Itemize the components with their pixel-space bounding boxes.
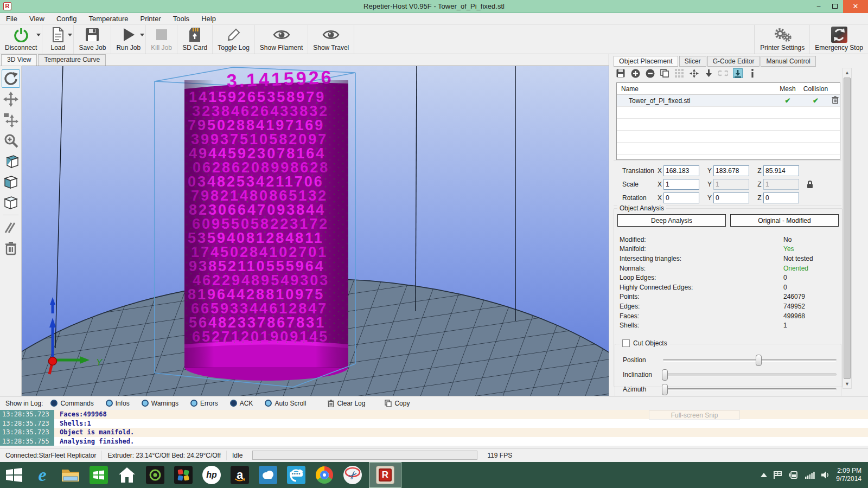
inclination-slider[interactable] <box>663 374 837 376</box>
rotate-view-tool[interactable] <box>2 69 20 88</box>
puzzle-app-icon[interactable] <box>169 462 197 488</box>
printer-settings-button[interactable]: Printer Settings <box>755 25 809 54</box>
file-explorer-icon[interactable] <box>56 462 85 488</box>
load-dropdown-icon[interactable] <box>68 34 72 36</box>
clear-log-button[interactable]: Clear Log <box>323 399 369 408</box>
translation-x-input[interactable] <box>663 165 699 176</box>
minimize-button[interactable]: – <box>810 0 827 13</box>
delete-object-button[interactable] <box>830 96 840 106</box>
menu-printer[interactable]: Printer <box>134 15 167 23</box>
toggle-log-button[interactable]: Toggle Log <box>213 25 255 54</box>
deep-analysis-button[interactable]: Deep Analysis <box>617 214 726 227</box>
scale-x-input[interactable] <box>663 179 699 190</box>
run-job-dropdown-icon[interactable] <box>140 34 144 36</box>
log-toggle-ack[interactable]: ACK <box>226 399 258 408</box>
start-button[interactable] <box>0 462 28 488</box>
menu-config[interactable]: Config <box>50 15 83 23</box>
hp-app-icon[interactable]: hp <box>197 462 226 488</box>
show-travel-button[interactable]: Show Travel <box>308 25 354 54</box>
object-info-button[interactable] <box>748 68 757 78</box>
disconnect-dropdown-icon[interactable] <box>36 34 41 36</box>
snipping-tool-icon[interactable]: ✂ <box>339 462 367 488</box>
translation-y-input[interactable] <box>713 165 749 176</box>
log-toggle-infos[interactable]: Infos <box>101 399 134 408</box>
tab-gcode-editor[interactable]: G-Code Editor <box>707 56 760 67</box>
menu-file[interactable]: File <box>0 15 23 23</box>
azimuth-slider-thumb[interactable] <box>662 384 668 395</box>
tab-manual-control[interactable]: Manual Control <box>761 56 815 67</box>
menu-temperature[interactable]: Temperature <box>82 15 134 23</box>
top-view-tool[interactable] <box>2 193 20 211</box>
amazon-app-icon[interactable]: a <box>226 462 254 488</box>
network-signal-icon[interactable] <box>805 472 815 479</box>
isometric-view-tool[interactable] <box>2 152 20 170</box>
add-object-button[interactable] <box>630 68 640 78</box>
translation-z-input[interactable] <box>763 165 799 176</box>
parallel-projection-tool[interactable] <box>2 219 20 237</box>
zoom-tool[interactable] <box>2 131 20 150</box>
tab-slicer[interactable]: Slicer <box>679 56 706 67</box>
autoposition-button[interactable] <box>674 68 684 78</box>
cut-objects-checkbox[interactable] <box>622 339 630 347</box>
autodrop-toggle-button[interactable] <box>733 68 743 78</box>
password-backup-app-icon[interactable]: •••• <box>282 462 310 488</box>
emergency-stop-button[interactable]: Emergency Stop <box>809 25 868 54</box>
tab-3d-view[interactable]: 3D View <box>1 54 37 66</box>
log-toggle-autoscroll[interactable]: Auto Scroll <box>260 399 310 408</box>
run-job-button[interactable]: Run Job <box>111 25 146 54</box>
inclination-slider-thumb[interactable] <box>662 369 668 381</box>
rotation-x-input[interactable] <box>663 192 699 203</box>
drop-object-button[interactable] <box>704 68 713 78</box>
camera-app-icon[interactable] <box>141 462 169 488</box>
export-stl-button[interactable] <box>616 68 626 78</box>
menu-view[interactable]: View <box>23 15 50 23</box>
copy-object-button[interactable] <box>660 68 669 78</box>
menu-tools[interactable]: Tools <box>167 15 195 23</box>
show-filament-button[interactable]: Show Filament <box>255 25 308 54</box>
delete-object-tool[interactable] <box>2 239 20 258</box>
battery-icon[interactable] <box>789 471 799 479</box>
scroll-down-icon[interactable]: ▼ <box>843 380 851 388</box>
sd-card-button[interactable]: SD Card <box>177 25 213 54</box>
tab-temperature-curve[interactable]: Temperature Curve <box>38 54 106 66</box>
load-button[interactable]: Load <box>42 25 74 54</box>
3d-viewport[interactable]: 3.1415926 14159265358979 32384626433832 … <box>22 66 609 396</box>
volume-icon[interactable] <box>821 471 829 479</box>
chrome-icon[interactable] <box>310 462 339 488</box>
position-slider[interactable] <box>663 359 837 362</box>
rotation-y-input[interactable] <box>713 192 749 203</box>
taskbar-clock[interactable]: 2:09 PM 9/7/2014 <box>836 467 861 483</box>
lock-icon[interactable] <box>807 181 813 189</box>
save-job-button[interactable]: Save Job <box>74 25 111 54</box>
center-object-button[interactable] <box>689 68 699 78</box>
scroll-up-icon[interactable]: ▲ <box>843 68 851 77</box>
move-object-tool[interactable] <box>2 111 20 129</box>
repetier-host-taskbar-button[interactable]: R <box>369 462 401 488</box>
windows-store-icon[interactable] <box>85 462 113 488</box>
scrollbar-thumb[interactable] <box>844 78 851 379</box>
position-slider-thumb[interactable] <box>756 355 762 366</box>
disconnect-button[interactable]: Disconnect <box>0 25 42 54</box>
internet-explorer-icon[interactable]: e <box>28 462 56 488</box>
desktop-home-icon[interactable] <box>113 462 141 488</box>
copy-log-button[interactable]: Copy <box>380 399 414 408</box>
object-table-row[interactable]: Tower_of_Pi_fixed.stl ✔ ✔ <box>617 95 840 107</box>
remove-object-button[interactable] <box>645 68 655 78</box>
move-view-tool[interactable] <box>2 90 20 108</box>
rotation-z-input[interactable] <box>763 192 799 203</box>
menu-help[interactable]: Help <box>195 15 222 23</box>
maximize-button[interactable] <box>827 0 843 13</box>
pi-tower-model[interactable]: 3.1415926 14159265358979 32384626433832 … <box>184 67 348 381</box>
tab-object-placement[interactable]: Object Placement <box>614 56 678 67</box>
log-toggle-errors[interactable]: Errors <box>186 399 222 408</box>
hp-connected-icon[interactable] <box>254 462 282 488</box>
log-toggle-warnings[interactable]: Warnings <box>137 399 183 408</box>
front-view-tool[interactable] <box>2 172 20 191</box>
original-modified-button[interactable]: Original - Modified <box>730 214 839 227</box>
close-button[interactable]: ✕ <box>843 0 868 13</box>
hidden-icons-arrow[interactable] <box>761 473 767 477</box>
log-toggle-commands[interactable]: Commands <box>46 399 98 408</box>
right-panel-scrollbar[interactable]: ▲ ▼ <box>843 68 852 389</box>
azimuth-slider[interactable] <box>663 388 837 391</box>
action-center-flag-icon[interactable] <box>774 471 782 479</box>
